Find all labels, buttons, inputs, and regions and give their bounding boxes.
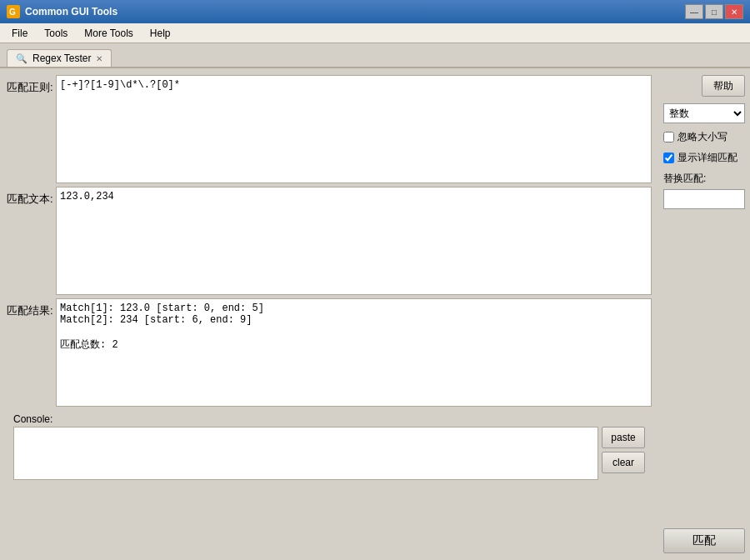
show-detail-checkbox[interactable] <box>663 152 674 163</box>
regex-field-row: 匹配正则: <box>7 75 652 183</box>
menu-help[interactable]: Help <box>142 26 179 41</box>
result-output <box>56 298 652 407</box>
help-button[interactable]: 帮助 <box>702 75 745 97</box>
menu-bar: File Tools More Tools Help <box>0 23 750 43</box>
console-input[interactable] <box>13 427 598 480</box>
regex-label: 匹配正则: <box>7 75 52 95</box>
text-label: 匹配文本: <box>7 187 52 207</box>
console-section: Console: paste clear <box>7 410 652 483</box>
replace-section: 替换匹配: <box>663 172 745 209</box>
clear-button[interactable]: clear <box>602 452 645 473</box>
regex-input[interactable] <box>56 75 652 183</box>
maximize-button[interactable]: □ <box>705 4 723 19</box>
tab-bar: 🔍 Regex Tester ✕ <box>0 43 750 68</box>
right-panel: 帮助 整数 小数 字母 自定义 忽略大小写 显示详细匹配 替换匹配: 匹配 <box>658 68 750 560</box>
menu-file[interactable]: File <box>3 26 36 41</box>
ignore-case-row: 忽略大小写 <box>663 130 728 144</box>
result-label: 匹配结果: <box>7 298 52 318</box>
main-content: 匹配正则: 匹配文本: 匹配结果: Console: paste clear <box>0 68 750 560</box>
ignore-case-label: 忽略大小写 <box>678 130 728 144</box>
replace-input[interactable] <box>663 189 745 209</box>
menu-tools[interactable]: Tools <box>36 26 76 41</box>
close-button[interactable]: ✕ <box>725 4 743 19</box>
app-icon: G <box>7 5 20 18</box>
console-label: Console: <box>13 413 645 425</box>
replace-label: 替换匹配: <box>663 172 745 186</box>
text-field-row: 匹配文本: <box>7 187 652 295</box>
console-row: paste clear <box>13 427 645 480</box>
console-buttons: paste clear <box>602 427 645 473</box>
svg-text:G: G <box>9 8 16 17</box>
show-detail-row: 显示详细匹配 <box>663 151 738 165</box>
paste-button[interactable]: paste <box>602 427 645 448</box>
ignore-case-checkbox[interactable] <box>663 132 674 142</box>
tab-close-button[interactable]: ✕ <box>96 54 102 63</box>
dropdown-row: 整数 小数 字母 自定义 <box>663 103 745 123</box>
window-controls: — □ ✕ <box>685 4 743 19</box>
left-panel: 匹配正则: 匹配文本: 匹配结果: Console: paste clear <box>0 68 658 560</box>
preset-dropdown[interactable]: 整数 小数 字母 自定义 <box>663 103 745 123</box>
minimize-button[interactable]: — <box>685 4 703 19</box>
menu-more-tools[interactable]: More Tools <box>76 26 141 41</box>
tab-icon: 🔍 <box>16 53 28 64</box>
app-title: Common GUI Tools <box>25 6 680 18</box>
match-button[interactable]: 匹配 <box>663 528 745 553</box>
text-input[interactable] <box>56 187 652 295</box>
result-field-row: 匹配结果: <box>7 298 652 407</box>
show-detail-label: 显示详细匹配 <box>678 151 738 165</box>
tab-regex-tester[interactable]: 🔍 Regex Tester ✕ <box>7 49 112 67</box>
title-bar: G Common GUI Tools — □ ✕ <box>0 0 750 23</box>
tab-label: Regex Tester <box>32 52 91 64</box>
